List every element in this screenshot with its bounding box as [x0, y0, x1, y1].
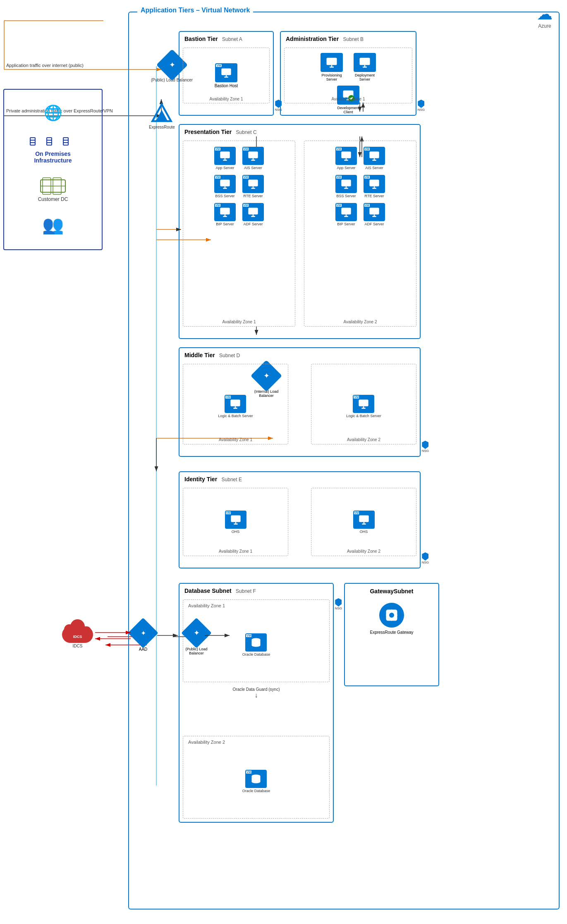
pres-az2-rte-server: VM RTE Server: [364, 175, 385, 198]
bastion-host-icon: VM Bastion Host: [215, 63, 238, 88]
svg-point-65: [389, 613, 394, 618]
customer-dc-label: Customer DC: [38, 196, 68, 202]
vnet-title: Application Tiers – Virtual Network: [137, 7, 253, 14]
pres-az1-bip-server: VM BIP Server: [214, 203, 236, 226]
svg-rect-49: [248, 180, 258, 186]
users-icon: 👥: [42, 215, 64, 235]
pres-az2-ais-server: VM AIS Server: [364, 147, 385, 170]
db-az2-icon: VM Oracle Database: [242, 770, 270, 793]
presentation-az2-box: VM App Server VM AIS Server: [304, 141, 416, 327]
db-header: Database Subnet Subnet F: [184, 587, 256, 595]
bastion-az1-box: VM Bastion Host Availability Zone 1: [183, 48, 270, 103]
presentation-tier-header: Presentation Tier Subnet C: [184, 128, 257, 136]
provisioning-server-icon: Provisioning Server: [319, 53, 344, 81]
svg-rect-55: [369, 180, 379, 186]
identity-lb-icon: ✦ (Public) Load Balancer: [180, 622, 213, 655]
customer-dc: Customer DC: [38, 176, 68, 202]
bastion-tier-box: Bastion Tier Subnet A VM Bastion Host Av…: [179, 31, 274, 116]
svg-rect-42: [327, 58, 337, 65]
middle-tier-header: Middle Tier Subnet D: [184, 351, 240, 359]
identity-az1-ohs: VM OHS: [225, 511, 246, 534]
admin-az1-box: Provisioning Server Deployment Server: [284, 48, 412, 103]
svg-rect-34: [64, 143, 68, 145]
pres-az1-adf-server: VM ADF Server: [242, 203, 264, 226]
svg-rect-39: [221, 68, 231, 75]
pres-az1-label: Availability Zone 1: [222, 320, 256, 324]
pres-az2-adf-server: VM ADF Server: [364, 203, 385, 226]
svg-rect-47: [248, 152, 258, 158]
pres-az1-rte-server: VM RTE Server: [242, 175, 264, 198]
svg-rect-60: [231, 515, 240, 522]
er-gateway-icon: ExpressRoute Gateway: [370, 603, 413, 635]
on-prem-infra: On PremisesInfrastructure: [29, 134, 77, 164]
pres-az1-bss-server: VM BSS Server: [214, 175, 236, 198]
identity-nsg: NSG: [422, 552, 429, 564]
svg-rect-43: [360, 58, 370, 65]
identity-az2-ohs: VM OHS: [353, 511, 375, 534]
bastion-tier-title: Bastion Tier Subnet A: [184, 35, 242, 43]
identity-tier-header: Identity Tier Subnet E: [184, 475, 242, 483]
gateway-subnet-box: GatewaySubnet ExpressRoute Gateway: [344, 583, 439, 686]
db-nsg: NSG: [335, 598, 342, 610]
middle-az2-server: VM Logic & Batch Server: [346, 395, 381, 418]
svg-rect-48: [220, 180, 230, 186]
svg-rect-28: [47, 138, 51, 140]
svg-rect-46: [220, 152, 230, 158]
diagram-container: ☁ Azure Application traffic over interne…: [0, 0, 567, 924]
svg-rect-33: [64, 141, 68, 142]
svg-rect-59: [359, 399, 368, 406]
sync-label: Oracle Data Guard (sync) ↓: [233, 687, 280, 699]
svg-rect-29: [47, 141, 51, 142]
svg-rect-61: [359, 515, 368, 522]
svg-rect-30: [47, 143, 51, 145]
svg-rect-54: [341, 180, 351, 186]
app-traffic-label: Application traffic over internet (publi…: [6, 63, 84, 68]
svg-rect-32: [64, 138, 68, 140]
presentation-tier-box: Presentation Tier Subnet C VM App Server: [179, 124, 421, 339]
pres-az2-bss-server: VM BSS Server: [335, 175, 357, 198]
middle-az1-server: VM Logic & Batch Server: [218, 395, 253, 418]
middle-az1-box: VM Logic & Batch Server Availability Zon…: [183, 364, 288, 444]
svg-rect-58: [231, 399, 240, 406]
pres-az2-app-server: VM App Server: [335, 147, 357, 170]
identity-az1-box: VM OHS Availability Zone 1: [183, 488, 288, 556]
pres-az2-label: Availability Zone 2: [344, 320, 377, 324]
admin-tier-header: Administration Tier Subnet B: [286, 35, 364, 43]
admin-tier-box: Administration Tier Subnet B Provisionin…: [280, 31, 416, 116]
db-az1-icon: VM Oracle Database: [242, 633, 270, 657]
deployment-server-icon: Deployment Server: [352, 53, 377, 81]
middle-nsg: NSG: [422, 441, 429, 453]
svg-rect-52: [341, 152, 351, 158]
svg-rect-24: [31, 138, 35, 140]
pres-az2-bip-server: VM BIP Server: [335, 203, 357, 226]
database-subnet-box: Database Subnet Subnet F Availability Zo…: [179, 583, 334, 823]
svg-rect-50: [220, 208, 230, 215]
svg-rect-56: [341, 208, 351, 215]
aad-icon: ✦ AAD: [132, 622, 154, 652]
presentation-az1-box: VM App Server VM AIS Server: [183, 141, 295, 327]
user-cloud-icon: 🌐: [44, 104, 62, 122]
identity-tier-box: Identity Tier Subnet E VM OHS Availabili…: [179, 471, 421, 568]
svg-rect-57: [369, 208, 379, 215]
identity-az2-box: VM OHS Availability Zone 2: [311, 488, 416, 556]
svg-rect-53: [369, 152, 379, 158]
admin-az-label: Availability Zone 1: [332, 97, 365, 101]
idcs-icon: IDCS IDCS: [62, 618, 93, 648]
vnet-box: Application Tiers – Virtual Network Bast…: [128, 12, 560, 910]
db-az2-box: Availability Zone 2 VM Oracle Database: [183, 736, 330, 819]
svg-rect-25: [31, 141, 35, 142]
middle-az2-box: VM Logic & Batch Server Availability Zon…: [311, 364, 416, 444]
on-prem-title: On PremisesInfrastructure: [34, 150, 72, 164]
pres-az1-ais-server: VM AIS Server: [242, 147, 264, 170]
admin-nsg: NSG: [418, 100, 425, 112]
middle-tier-box: Middle Tier Subnet D ✦ (Internal) Load B…: [179, 347, 421, 457]
gateway-subnet-title: GatewaySubnet: [370, 588, 413, 595]
pres-az1-app-server: VM App Server: [214, 147, 236, 170]
svg-rect-51: [248, 208, 258, 215]
svg-rect-26: [31, 143, 35, 145]
on-premises-box: 🌐 On PremisesInfrastructure Customer DC …: [3, 89, 103, 250]
